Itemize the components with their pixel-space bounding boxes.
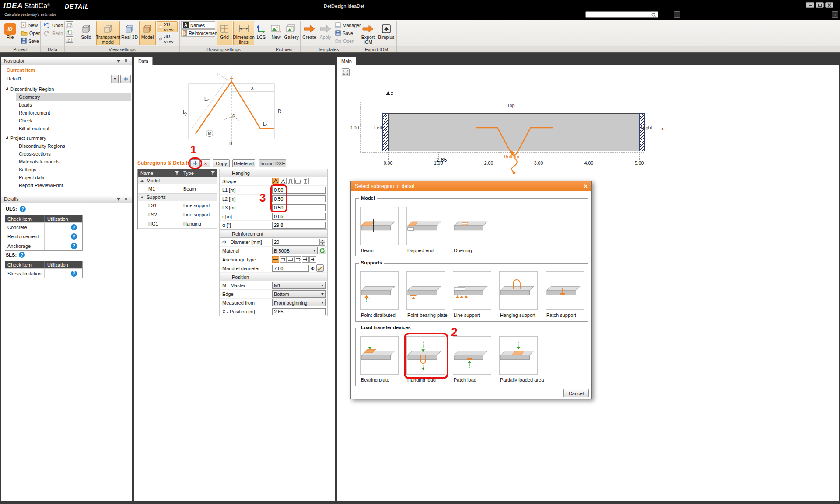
dialog-item-partially-loaded-area[interactable]	[499, 336, 538, 375]
dimension-lines-button[interactable]: Dimension lines	[233, 21, 254, 45]
table-row[interactable]: Reinforcement ?	[5, 232, 82, 241]
close-button[interactable]	[825, 2, 833, 8]
filter-icon[interactable]	[211, 171, 215, 175]
spinner-up-icon[interactable]	[319, 239, 325, 242]
tree-item-geometry[interactable]: Geometry	[19, 93, 40, 101]
tree-item-cross-sections[interactable]: Cross-sections	[19, 150, 51, 158]
shape-bar-icon[interactable]	[302, 178, 309, 184]
dialog-item-hanging-support[interactable]	[499, 271, 538, 310]
shape-step-icon[interactable]	[287, 178, 294, 184]
expand-triangle-icon[interactable]	[5, 87, 8, 90]
grid-button[interactable]: Grid	[217, 21, 232, 45]
anchorage-loop-icon[interactable]	[294, 256, 301, 263]
tree-item-materials-models[interactable]: Materials & models	[19, 158, 60, 166]
delete-subregion-button[interactable]: ×	[201, 159, 210, 167]
pin-icon[interactable]	[124, 197, 128, 202]
edge-select[interactable]: Bottom	[272, 290, 326, 298]
bottom-edge-label[interactable]: Bottom	[504, 154, 519, 159]
info-button[interactable]: i	[832, 11, 838, 18]
redo-button[interactable]: Redo	[42, 29, 64, 37]
dialog-item-opening[interactable]	[453, 207, 491, 245]
copy-view-button[interactable]	[66, 21, 74, 28]
close-icon[interactable]: ×	[584, 183, 588, 189]
help-icon[interactable]: ?	[71, 224, 77, 230]
prop-group-hanging[interactable]: Hanging	[220, 169, 327, 177]
bimplus-button[interactable]: Bimplus	[378, 21, 395, 45]
table-row[interactable]: Stress limitation ?	[5, 269, 82, 278]
table-group-model[interactable]: Model	[138, 177, 217, 184]
file-button[interactable]: ID File	[2, 21, 18, 45]
template-create-button[interactable]: Create	[301, 21, 317, 45]
dialog-item-patch-load[interactable]	[453, 336, 491, 375]
template-apply-button[interactable]: Apply	[318, 21, 333, 45]
expand-triangle-icon[interactable]	[5, 136, 8, 139]
copy-button[interactable]: Copy	[213, 159, 230, 167]
help-icon[interactable]: ?	[71, 271, 77, 277]
anchorage-plate-icon[interactable]	[302, 256, 309, 263]
dialog-item-bearing-plate[interactable]	[360, 336, 399, 375]
import-dxf-button[interactable]: Import DXF	[259, 159, 286, 167]
anchorage-hook-up-icon[interactable]	[287, 256, 294, 263]
save-button[interactable]: Save	[20, 37, 40, 45]
reinforcement-toggle[interactable]: R Reinforcement	[181, 29, 215, 37]
dialog-item-beam[interactable]	[360, 207, 399, 245]
cancel-button[interactable]: Cancel	[564, 389, 589, 397]
tree-item-project-summary[interactable]: Project summary	[10, 134, 46, 142]
new-button[interactable]: New	[20, 21, 38, 29]
lcs-button[interactable]: LCS	[255, 21, 267, 45]
filter-icon[interactable]	[175, 171, 179, 175]
tree-item-report-preview[interactable]: Report Preview/Print	[19, 181, 63, 189]
table-group-supports[interactable]: Supports	[138, 194, 217, 201]
right-edge-label[interactable]: Right	[641, 125, 652, 130]
dialog-item-patch-support[interactable]	[546, 271, 584, 310]
material-select[interactable]: B 500B	[272, 247, 318, 254]
gallery-button[interactable]: Gallery	[284, 21, 299, 45]
shape-peak-outline-icon[interactable]	[280, 178, 287, 184]
table-row[interactable]: Concrete ?	[5, 223, 82, 232]
chevron-down-icon[interactable]	[117, 60, 120, 63]
anchorage-straight-icon[interactable]	[272, 256, 279, 263]
mandrel-edit-button[interactable]	[316, 264, 324, 272]
dialog-item-point-bearing-plate[interactable]	[406, 271, 445, 310]
solid-view-button[interactable]: Solid	[77, 21, 95, 45]
template-manager-button[interactable]: Manager	[334, 21, 361, 29]
template-save-button[interactable]: Save	[334, 29, 354, 37]
help-icon[interactable]: ?	[71, 243, 77, 249]
current-item-select[interactable]: Detail1	[4, 75, 119, 83]
help-icon[interactable]: ?	[71, 233, 77, 240]
diameter-input[interactable]	[272, 239, 319, 246]
tree-item-bill-of-material[interactable]: Bill of material	[19, 125, 49, 132]
tab-main[interactable]: Main	[337, 57, 356, 65]
pin-icon[interactable]	[124, 59, 128, 64]
shape-peak-filled-icon[interactable]	[272, 178, 279, 184]
dialog-item-dapped-end[interactable]	[406, 207, 445, 245]
chevron-down-icon[interactable]	[117, 198, 120, 201]
dialog-item-line-support[interactable]	[453, 271, 491, 310]
table-row[interactable]: Anchorage ?	[5, 241, 82, 250]
measured-from-select[interactable]: From beginning	[272, 299, 326, 306]
real-3d-button[interactable]: Real 3D	[121, 21, 138, 45]
alpha-input[interactable]	[272, 222, 326, 229]
names-toggle[interactable]: A Names	[181, 21, 215, 29]
x-position-input[interactable]	[272, 308, 326, 315]
fit-view-button[interactable]	[342, 68, 350, 76]
undo-button[interactable]: Undo	[42, 21, 64, 29]
pictures-new-button[interactable]: New	[269, 21, 283, 45]
model-view-button[interactable]: Model	[139, 21, 156, 45]
add-detail-button[interactable]	[120, 75, 131, 83]
dialog-item-point-distributed[interactable]	[360, 271, 399, 310]
maximize-button[interactable]	[816, 2, 824, 8]
left-edge-label[interactable]: Left	[374, 125, 382, 130]
master-select[interactable]: M1	[272, 282, 326, 289]
table-row-hg1[interactable]: HG1 Hanging	[138, 219, 217, 229]
template-open-button[interactable]: Open	[334, 37, 355, 45]
view-2d-button[interactable]: 2D view	[157, 21, 178, 32]
prop-group-reinforcement[interactable]: Reinforcement	[220, 229, 327, 238]
tree-item-discontinuity-regions[interactable]: Discontinuity Regions	[19, 142, 65, 150]
reset-view-button[interactable]	[66, 36, 74, 43]
tree-item-reinforcement[interactable]: Reinforcement	[19, 109, 50, 117]
paste-view-button[interactable]	[66, 29, 74, 35]
table-row-m1[interactable]: M1 Beam	[138, 184, 217, 194]
transparent-model-button[interactable]: Transparent model	[96, 21, 120, 45]
beam-body[interactable]	[388, 113, 639, 151]
